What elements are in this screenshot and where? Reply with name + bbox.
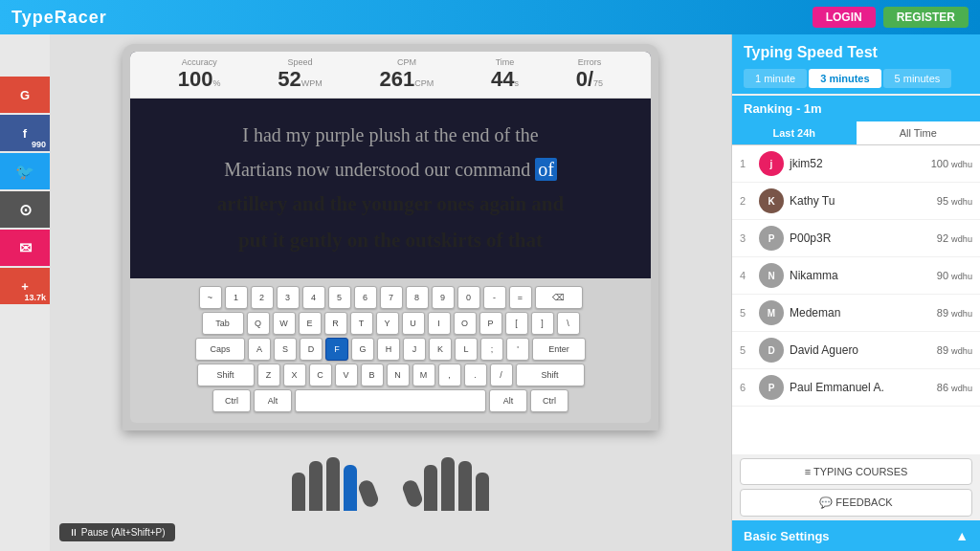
key-shift-left[interactable]: Shift xyxy=(197,364,255,386)
key-v[interactable]: V xyxy=(335,364,358,386)
ranking-item-5: 5 M Medeman 89 wdhu xyxy=(732,295,980,332)
key-r[interactable]: R xyxy=(324,312,347,335)
key-c[interactable]: C xyxy=(309,364,332,386)
tab-5minutes[interactable]: 5 minutes xyxy=(883,69,952,88)
key-g[interactable]: G xyxy=(351,338,374,361)
time-value: 44 xyxy=(491,67,514,91)
key-q[interactable]: Q xyxy=(247,312,270,335)
key-0[interactable]: 0 xyxy=(457,286,480,309)
key-enter[interactable]: Enter xyxy=(532,338,586,361)
keyboard-area: ~ 1 2 3 4 5 6 7 8 9 0 - = ⌫ Tab xyxy=(130,278,651,423)
rank-name-6: Paul Emmanuel A. xyxy=(790,381,931,394)
social-plus[interactable]: + 13.7k xyxy=(0,268,50,304)
key-2[interactable]: 2 xyxy=(251,286,274,309)
key-ctrl-left[interactable]: Ctrl xyxy=(212,389,251,412)
key-m[interactable]: M xyxy=(412,364,435,386)
social-facebook[interactable]: f 990 xyxy=(0,115,50,151)
ranking-item-4: 4 N Nikamma 90 wdhu xyxy=(732,257,980,295)
key-caps[interactable]: Caps xyxy=(195,338,245,361)
errors-value: 0/ xyxy=(576,67,593,91)
key-equals[interactable]: = xyxy=(509,286,532,309)
key-lbracket[interactable]: [ xyxy=(505,312,528,335)
key-p[interactable]: P xyxy=(479,312,502,335)
key-k[interactable]: K xyxy=(429,338,452,361)
key-o[interactable]: O xyxy=(454,312,477,335)
key-n[interactable]: N xyxy=(387,364,410,386)
ranking-list: 1 j jkim52 100 wdhu 2 K Kathy Tu 95 wdhu… xyxy=(732,145,980,454)
social-email[interactable]: ✉ xyxy=(0,230,50,266)
rank-num-5b: 5 xyxy=(740,344,753,356)
social-twitter[interactable]: 🐦 xyxy=(0,153,50,189)
key-j[interactable]: J xyxy=(403,338,426,361)
typing-courses-button[interactable]: ≡ TYPING COURSES xyxy=(740,458,972,485)
key-slash[interactable]: / xyxy=(490,364,513,386)
key-3[interactable]: 3 xyxy=(277,286,300,309)
key-comma[interactable]: , xyxy=(438,364,461,386)
social-google[interactable]: G xyxy=(0,77,50,113)
key-semicolon[interactable]: ; xyxy=(480,338,503,361)
key-tab[interactable]: Tab xyxy=(202,312,244,335)
rank-score-1: 100 wdhu xyxy=(931,158,972,169)
key-f[interactable]: F xyxy=(325,338,348,361)
key-8[interactable]: 8 xyxy=(406,286,429,309)
basic-settings[interactable]: Basic Settings ▲ xyxy=(732,520,980,551)
typing-text-area[interactable]: I had my purple plush at the end of the … xyxy=(130,99,651,278)
left-index xyxy=(344,465,357,511)
subtab-alltime[interactable]: All Time xyxy=(857,121,981,144)
key-5[interactable]: 5 xyxy=(328,286,351,309)
key-i[interactable]: I xyxy=(428,312,451,335)
key-6[interactable]: 6 xyxy=(354,286,377,309)
key-ctrl-right[interactable]: Ctrl xyxy=(530,389,568,412)
key-backspace[interactable]: ⌫ xyxy=(535,286,583,309)
stat-speed: Speed 52WPM xyxy=(278,57,322,92)
text-line2: Martians now understood our command of xyxy=(159,152,622,187)
key-9[interactable]: 9 xyxy=(432,286,455,309)
key-t[interactable]: T xyxy=(350,312,373,335)
key-tilde[interactable]: ~ xyxy=(199,286,222,309)
key-quote[interactable]: ' xyxy=(506,338,529,361)
register-button[interactable]: REGISTER xyxy=(883,7,969,28)
cpm-value: 261 xyxy=(380,67,415,91)
rank-score-3: 92 wdhu xyxy=(937,232,972,244)
key-a[interactable]: A xyxy=(248,338,271,361)
ranking-item-1: 1 j jkim52 100 wdhu xyxy=(732,145,980,183)
key-minus[interactable]: - xyxy=(483,286,506,309)
key-7[interactable]: 7 xyxy=(380,286,403,309)
key-1[interactable]: 1 xyxy=(225,286,248,309)
key-4[interactable]: 4 xyxy=(302,286,325,309)
pause-button[interactable]: ⏸ Pause (Alt+Shift+P) xyxy=(59,523,175,541)
rank-score-5b: 89 wdhu xyxy=(937,344,972,356)
key-b[interactable]: B xyxy=(361,364,384,386)
key-shift-right[interactable]: Shift xyxy=(516,364,585,386)
key-l[interactable]: L xyxy=(455,338,478,361)
text-line2-current: of xyxy=(535,158,557,181)
rank-avatar-5b: D xyxy=(759,338,784,363)
social-github[interactable]: ⊙ xyxy=(0,191,50,228)
key-period[interactable]: . xyxy=(464,364,487,386)
time-unit: s xyxy=(514,78,519,88)
key-space[interactable] xyxy=(295,389,486,412)
laptop-screen: Accuracy 100% Speed 52WPM CPM 261CPM Tim… xyxy=(130,52,651,278)
login-button[interactable]: LOGIN xyxy=(813,7,876,28)
key-alt-left[interactable]: Alt xyxy=(254,389,292,412)
key-e[interactable]: E xyxy=(299,312,322,335)
key-rbracket[interactable]: ] xyxy=(531,312,554,335)
key-u[interactable]: U xyxy=(402,312,425,335)
tab-3minutes[interactable]: 3 minutes xyxy=(809,69,880,88)
rank-name-5: Medeman xyxy=(790,306,931,320)
key-x[interactable]: X xyxy=(283,364,306,386)
stats-bar: Accuracy 100% Speed 52WPM CPM 261CPM Tim… xyxy=(130,52,651,99)
key-s[interactable]: S xyxy=(274,338,297,361)
key-z[interactable]: Z xyxy=(257,364,280,386)
key-d[interactable]: D xyxy=(300,338,323,361)
key-y[interactable]: Y xyxy=(376,312,399,335)
subtab-last24h[interactable]: Last 24h xyxy=(732,121,857,144)
key-alt-right[interactable]: Alt xyxy=(489,389,527,412)
right-hand xyxy=(405,434,489,511)
feedback-button[interactable]: 💬 FEEDBACK xyxy=(740,489,972,517)
key-h[interactable]: H xyxy=(377,338,400,361)
key-w[interactable]: W xyxy=(273,312,296,335)
keyboard-row-4: Shift Z X C V B N M , . / Shift xyxy=(140,364,641,386)
key-backslash[interactable]: \ xyxy=(557,312,580,335)
tab-1minute[interactable]: 1 minute xyxy=(744,69,807,88)
